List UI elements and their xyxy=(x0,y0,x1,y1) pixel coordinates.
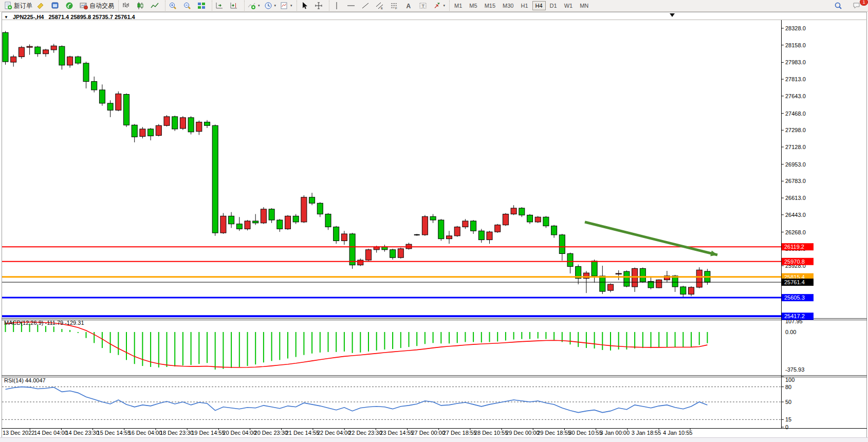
timeframe-w1[interactable]: W1 xyxy=(561,1,576,10)
price-badge-label: 25605.3 xyxy=(784,294,805,301)
toolbar-equidistant-channel-button[interactable]: E xyxy=(374,1,388,11)
time-label: 3 Jan 00:00 xyxy=(600,430,630,436)
candle-up xyxy=(196,122,202,131)
toolbar-fibonacci-button[interactable]: F xyxy=(388,1,402,11)
candle-down xyxy=(551,226,557,235)
toolbar-zoom-out-button[interactable] xyxy=(181,1,195,11)
dropdown-caret-icon[interactable]: ▾ xyxy=(444,4,446,8)
dropdown-caret-icon[interactable]: ▾ xyxy=(258,4,260,8)
macd-histogram-bar xyxy=(424,332,426,344)
toolbar-chart-shift-button[interactable] xyxy=(228,1,242,11)
periods-icon xyxy=(264,2,272,10)
macd-histogram-bar xyxy=(610,332,611,351)
macd-histogram-bar xyxy=(215,332,216,370)
indicators-icon xyxy=(248,2,256,10)
price-tick-label: 27643.0 xyxy=(785,93,806,99)
chart-ohlc: 25871.4 25895.8 25735.7 25761.4 xyxy=(48,14,135,20)
toolbar-cursor-button[interactable] xyxy=(298,1,312,11)
time-label: 27 Dec 18:55 xyxy=(443,430,476,436)
toolbar-group: EFAT▾ xyxy=(329,1,449,11)
price-badge-label: 25970.8 xyxy=(784,259,805,265)
macd-histogram-bar xyxy=(440,332,441,343)
toolbar-new-order-button[interactable]: 新订单 xyxy=(2,1,34,11)
timeframe-h1[interactable]: H1 xyxy=(518,1,531,10)
toolbar-vertical-line-button[interactable] xyxy=(330,1,345,11)
toolbar-zoom-in-button[interactable] xyxy=(167,1,181,11)
toolbar-crosshair-button[interactable] xyxy=(312,1,327,11)
toolbar-line-chart-button[interactable] xyxy=(149,1,163,11)
svg-text:E: E xyxy=(381,7,383,10)
toolbar-search-button[interactable] xyxy=(832,1,846,11)
toolbar-publisher-button[interactable] xyxy=(49,1,63,11)
chart-dropdown-caret-icon[interactable]: ▼ xyxy=(4,15,8,20)
trend-arrow[interactable] xyxy=(585,222,717,255)
toolbar-tile-windows-button[interactable] xyxy=(195,1,210,11)
signals-icon xyxy=(65,2,73,10)
candle-down xyxy=(35,47,41,53)
macd-histogram-bar xyxy=(352,332,353,353)
candle-up xyxy=(19,47,24,57)
macd-histogram-bar xyxy=(207,332,208,363)
toolbar-auto-scroll-button[interactable] xyxy=(213,1,228,11)
candle-up xyxy=(454,227,460,236)
timeframe-mn[interactable]: MN xyxy=(577,1,592,10)
macd-histogram-bar xyxy=(344,332,345,352)
toolbar-text-label-button[interactable]: T xyxy=(417,1,431,11)
rsi-line xyxy=(6,387,708,413)
trendline-icon xyxy=(361,2,370,10)
toolbar-arrows-button[interactable]: ▾ xyxy=(431,1,448,11)
time-label: 13 Dec 2022 xyxy=(3,430,34,436)
candle-up xyxy=(285,216,291,229)
timeframe-m30[interactable]: M30 xyxy=(500,1,516,10)
macd-histogram-bar xyxy=(239,332,240,367)
toolbar: 新订单自动交易▾▾▾EFAT▾M1M5M15M30H1H4D1W1MN1 xyxy=(0,0,868,12)
timeframe-h4[interactable]: H4 xyxy=(532,1,546,10)
toolbar-right: 1 xyxy=(832,1,865,11)
cursor-icon xyxy=(300,2,308,10)
price-tick-label: 28158.0 xyxy=(785,42,806,48)
candle-up xyxy=(689,287,694,294)
dropdown-caret-icon[interactable]: ▾ xyxy=(290,4,292,8)
toolbar-horizontal-line-button[interactable] xyxy=(345,1,359,11)
toolbar-templates-button[interactable]: ▾ xyxy=(278,1,294,11)
toolbar-trendline-button[interactable] xyxy=(359,1,374,11)
timeframe-m5[interactable]: M5 xyxy=(466,1,480,10)
timeframe-m1[interactable]: M1 xyxy=(451,1,465,10)
equidistant-channel-icon: E xyxy=(376,2,384,10)
toolbar-highlighter-button[interactable] xyxy=(34,1,49,11)
macd-histogram-bar xyxy=(473,332,474,342)
candle-up xyxy=(67,57,73,65)
tile-windows-icon xyxy=(197,2,206,10)
chart-shift-marker-icon[interactable] xyxy=(670,13,675,17)
toolbar-group xyxy=(165,1,211,11)
time-label: 15 Dec 14:55 xyxy=(97,430,131,436)
toolbar-text-button[interactable]: A xyxy=(402,1,417,11)
macd-histogram-bar xyxy=(376,332,377,351)
toolbar-autotrading-button[interactable]: 自动交易 xyxy=(78,1,116,11)
svg-text:F: F xyxy=(395,7,397,10)
toolbar-bar-chart-button[interactable] xyxy=(120,1,134,11)
macd-histogram-bar xyxy=(102,332,103,348)
candle-down xyxy=(124,95,130,125)
time-label: 28 Dec 10:55 xyxy=(474,430,508,436)
candle-down xyxy=(317,203,323,214)
timeframe-d1[interactable]: D1 xyxy=(547,1,560,10)
highlighter-icon xyxy=(36,2,45,10)
toolbar-periods-button[interactable]: ▾ xyxy=(262,1,279,11)
toolbar-chat-button[interactable]: 1 xyxy=(851,1,865,11)
macd-histogram-bar xyxy=(667,332,668,347)
dropdown-caret-icon[interactable]: ▾ xyxy=(274,4,276,8)
toolbar-candle-chart-button[interactable] xyxy=(134,1,149,11)
rsi-label: RSI(14) 44.0047 xyxy=(4,377,46,383)
macd-histogram-bar xyxy=(553,332,555,340)
timeframe-m15[interactable]: M15 xyxy=(482,1,498,10)
toolbar-signals-button[interactable] xyxy=(63,1,78,11)
time-label: 20 Dec 04:00 xyxy=(223,430,256,436)
candle-down xyxy=(269,209,274,220)
macd-histogram-bar xyxy=(570,332,571,344)
new-order-icon xyxy=(4,2,12,10)
macd-histogram-bar xyxy=(247,332,248,366)
toolbar-indicators-button[interactable]: ▾ xyxy=(246,1,262,11)
macd-histogram-bar xyxy=(182,332,183,365)
chart-canvas[interactable]: 28328.028158.027983.027813.027643.027468… xyxy=(0,0,868,442)
